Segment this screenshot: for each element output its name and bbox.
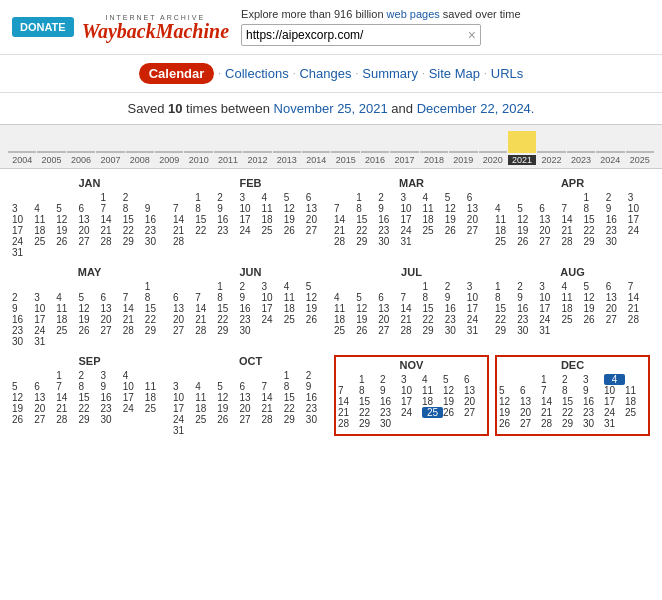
- nav-collections[interactable]: Collections: [225, 66, 289, 81]
- year-label-2025[interactable]: 2025: [626, 155, 654, 165]
- year-label-2009[interactable]: 2009: [155, 155, 183, 165]
- month-mar-table: 123456 78910111213 14151617181920 212223…: [334, 192, 489, 247]
- timeline-bars: [8, 129, 654, 153]
- tagline: Explore more than 916 billion web pages …: [241, 8, 520, 20]
- date-end-link[interactable]: December 22, 2024.: [417, 101, 535, 116]
- month-dec: DEC 123 4 567891011 12131415161718 19202…: [495, 355, 650, 436]
- year-label-2005[interactable]: 2005: [37, 155, 65, 165]
- month-aug-table: 1234567 891011121314 15161718192021 2223…: [495, 281, 650, 336]
- month-nov: NOV 123456 78910111213 14151617181920 21…: [334, 355, 489, 436]
- year-label-2008[interactable]: 2008: [126, 155, 154, 165]
- tl-bar-2017[interactable]: [390, 151, 418, 153]
- nav-bar: Calendar · Collections · Changes · Summa…: [0, 55, 662, 93]
- year-label-2011[interactable]: 2011: [214, 155, 242, 165]
- year-label-2013[interactable]: 2013: [273, 155, 301, 165]
- tl-bar-2021[interactable]: [508, 131, 536, 153]
- year-label-2024[interactable]: 2024: [596, 155, 624, 165]
- save-count: 10: [168, 101, 182, 116]
- donate-button[interactable]: DONATE: [12, 17, 74, 37]
- month-jan: JAN 12 3456789 10111213141516 1718192021…: [12, 177, 167, 258]
- tl-bar-2016[interactable]: [361, 151, 389, 153]
- tl-bar-2004[interactable]: [8, 151, 36, 153]
- jan-2: 2: [123, 192, 145, 203]
- year-label-2018[interactable]: 2018: [420, 155, 448, 165]
- year-label-2022[interactable]: 2022: [537, 155, 565, 165]
- search-input[interactable]: [246, 28, 468, 42]
- month-jun-table: 12345 6789101112 13141516171819 20212223…: [173, 281, 328, 336]
- month-oct-label: OCT: [173, 355, 328, 367]
- header-right: Explore more than 916 billion web pages …: [241, 8, 520, 46]
- tl-bar-2024[interactable]: [596, 151, 624, 153]
- month-apr-label: APR: [495, 177, 650, 189]
- month-oct: OCT 12 3456789 10111213141516 1718192021…: [173, 355, 328, 436]
- jan-1: 1: [101, 192, 123, 203]
- nav-sitemap[interactable]: Site Map: [429, 66, 480, 81]
- month-may: MAY 1 2345678 9101112131415 161718192021…: [12, 266, 167, 347]
- nav-dot-4: ·: [422, 68, 425, 79]
- month-nov-label: NOV: [338, 359, 485, 371]
- search-container: ×: [241, 24, 481, 46]
- year-label-2014[interactable]: 2014: [302, 155, 330, 165]
- tl-bar-2013[interactable]: [273, 151, 301, 153]
- calendar-section: JAN 12 3456789 10111213141516 1718192021…: [0, 169, 662, 444]
- tl-bar-2022[interactable]: [537, 151, 565, 153]
- saved-info: Saved 10 times between November 25, 2021…: [0, 93, 662, 124]
- month-jul-label: JUL: [334, 266, 489, 278]
- month-apr: APR 123 45678910 11121314151617 18192021…: [495, 177, 650, 258]
- logo: INTERNET ARCHIVE WaybackMachine: [82, 14, 229, 41]
- month-aug: AUG 1234567 891011121314 15161718192021 …: [495, 266, 650, 347]
- nov-25-highlight[interactable]: 25: [422, 407, 443, 418]
- search-clear-icon[interactable]: ×: [468, 27, 476, 43]
- tl-bar-2008[interactable]: [126, 151, 154, 153]
- wayback-logo: WaybackMachine: [82, 21, 229, 41]
- year-label-2015[interactable]: 2015: [331, 155, 359, 165]
- year-label-2006[interactable]: 2006: [67, 155, 95, 165]
- year-label-2012[interactable]: 2012: [243, 155, 271, 165]
- tagline-link[interactable]: web pages: [387, 8, 440, 20]
- tl-bar-2012[interactable]: [243, 151, 271, 153]
- nav-changes[interactable]: Changes: [299, 66, 351, 81]
- tl-bar-2005[interactable]: [37, 151, 65, 153]
- tl-bar-2014[interactable]: [302, 151, 330, 153]
- year-label-2020[interactable]: 2020: [479, 155, 507, 165]
- month-sep-label: SEP: [12, 355, 167, 367]
- tl-bar-2020[interactable]: [479, 151, 507, 153]
- year-label-2021[interactable]: 2021: [508, 155, 536, 165]
- nav-urls[interactable]: URLs: [491, 66, 524, 81]
- tl-bar-2019[interactable]: [449, 151, 477, 153]
- nav-calendar[interactable]: Calendar: [139, 63, 215, 84]
- tl-bar-2015[interactable]: [331, 151, 359, 153]
- month-dec-label: DEC: [499, 359, 646, 371]
- year-label-2017[interactable]: 2017: [390, 155, 418, 165]
- tl-bar-2023[interactable]: [567, 151, 595, 153]
- year-label-2016[interactable]: 2016: [361, 155, 389, 165]
- month-jun: JUN 12345 6789101112 13141516171819 2021…: [173, 266, 328, 347]
- nav-dot-1: ·: [218, 68, 221, 79]
- year-label-2010[interactable]: 2010: [184, 155, 212, 165]
- year-label-2007[interactable]: 2007: [96, 155, 124, 165]
- month-mar-label: MAR: [334, 177, 489, 189]
- month-mar: MAR 123456 78910111213 14151617181920 21…: [334, 177, 489, 258]
- month-dec-table: 123 4 567891011 12131415161718 192021222…: [499, 374, 646, 429]
- month-jul-table: 123 45678910 11121314151617 181920212223…: [334, 281, 489, 336]
- timeline: 2004 2005 2006 2007 2008 2009 2010 2011 …: [0, 124, 662, 169]
- month-may-table: 1 2345678 9101112131415 16171819202122 2…: [12, 281, 167, 347]
- calendar-grid: JAN 12 3456789 10111213141516 1718192021…: [12, 177, 650, 347]
- month-feb: FEB 123456 78910111213 14151617181920 21…: [173, 177, 328, 258]
- tl-bar-2010[interactable]: [184, 151, 212, 153]
- year-label-2004[interactable]: 2004: [8, 155, 36, 165]
- date-start-link[interactable]: November 25, 2021: [274, 101, 388, 116]
- month-jan-label: JAN: [12, 177, 167, 189]
- tl-bar-2011[interactable]: [214, 151, 242, 153]
- tl-bar-2006[interactable]: [67, 151, 95, 153]
- month-sep: SEP 1234 567891011 12131415161718 192021…: [12, 355, 167, 436]
- tl-bar-2009[interactable]: [155, 151, 183, 153]
- tl-bar-2025[interactable]: [626, 151, 654, 153]
- year-label-2019[interactable]: 2019: [449, 155, 477, 165]
- tl-bar-2018[interactable]: [420, 151, 448, 153]
- year-label-2023[interactable]: 2023: [567, 155, 595, 165]
- dec-4-highlight[interactable]: 4: [604, 374, 625, 385]
- nav-summary[interactable]: Summary: [362, 66, 418, 81]
- tl-bar-2007[interactable]: [96, 151, 124, 153]
- month-oct-table: 12 3456789 10111213141516 17181920212223…: [173, 370, 328, 436]
